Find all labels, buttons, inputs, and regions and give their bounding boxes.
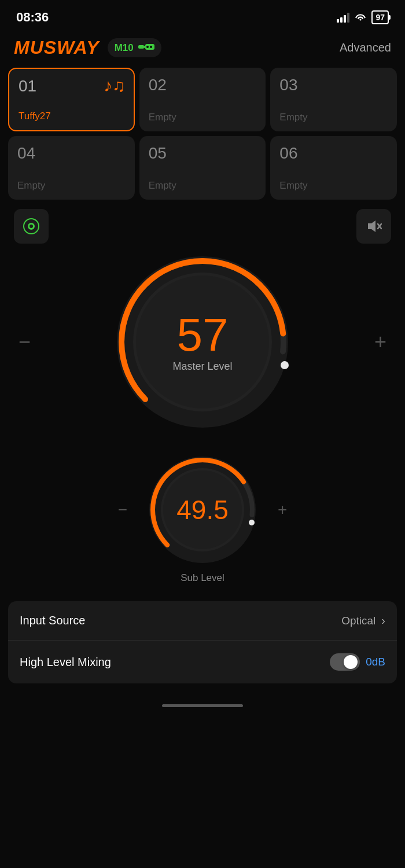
master-knob-section: − 57 Master Level + (0, 249, 405, 435)
master-knob-display: 57 Master Level (172, 312, 232, 373)
svg-rect-2 (144, 46, 146, 48)
status-time: 08:36 (16, 10, 49, 25)
preset-label-1: Tuffy27 (19, 111, 124, 122)
preset-grid: 01 Tuffy27 ♪♫ 02 Empty 03 Empty 04 Empty… (0, 68, 405, 209)
preset-card-1[interactable]: 01 Tuffy27 ♪♫ (8, 68, 135, 131)
preset-number-4: 04 (17, 144, 126, 163)
controls-row (0, 209, 405, 244)
svg-point-16 (281, 361, 289, 369)
high-level-mixing-row: High Level Mixing 0dB (8, 641, 397, 683)
svg-marker-8 (368, 220, 375, 232)
master-minus-button[interactable]: − (19, 332, 31, 352)
chevron-icon: › (381, 614, 385, 627)
input-source-row[interactable]: Input Source Optical › (8, 601, 397, 641)
preset-music-icon: ♪♫ (104, 76, 126, 95)
preset-label-3: Empty (279, 112, 388, 123)
master-value: 57 (172, 312, 232, 358)
input-source-label: Input Source (20, 614, 85, 627)
camera-button[interactable] (14, 209, 49, 244)
signal-icon (337, 12, 349, 23)
preset-number-6: 06 (279, 144, 388, 163)
preset-card-5[interactable]: 05 Empty (139, 136, 266, 200)
master-knob[interactable]: 57 Master Level (110, 249, 295, 435)
mute-button[interactable] (356, 209, 391, 244)
preset-card-4[interactable]: 04 Empty (8, 136, 135, 200)
db-value: 0dB (366, 656, 385, 668)
battery-icon: 97 (371, 10, 389, 24)
master-plus-button[interactable]: + (374, 332, 386, 352)
toggle-thumb (344, 655, 358, 669)
preset-card-6[interactable]: 06 Empty (270, 136, 397, 200)
settings-section: Input Source Optical › High Level Mixing… (8, 601, 397, 683)
input-source-right: Optical › (341, 614, 385, 627)
preset-number-2: 02 (149, 76, 257, 94)
wifi-icon (354, 12, 367, 24)
svg-point-3 (146, 46, 149, 48)
svg-point-7 (30, 225, 33, 228)
svg-rect-0 (138, 45, 144, 49)
device-name: M10 (115, 42, 134, 54)
high-level-mixing-right: 0dB (330, 653, 385, 671)
high-level-mixing-label: High Level Mixing (20, 656, 111, 669)
app-header: MUSWAY M10 Advanced (0, 31, 405, 68)
home-indicator (0, 695, 405, 714)
high-level-toggle[interactable] (330, 653, 360, 671)
home-bar (162, 704, 243, 707)
preset-card-2[interactable]: 02 Empty (139, 68, 266, 131)
sub-knob-display: 49.5 (176, 496, 229, 523)
sub-knob-section: − 49.5 + (0, 452, 405, 568)
svg-point-22 (249, 520, 255, 525)
logo-area: MUSWAY M10 (14, 37, 161, 58)
app-logo: MUSWAY (14, 37, 100, 58)
preset-card-3[interactable]: 03 Empty (270, 68, 397, 131)
svg-point-4 (150, 46, 152, 48)
preset-number-3: 03 (279, 76, 388, 94)
status-icons: 97 (337, 10, 389, 24)
device-badge[interactable]: M10 (108, 38, 161, 57)
preset-number-5: 05 (149, 144, 257, 163)
preset-label-2: Empty (149, 112, 257, 123)
advanced-button[interactable]: Advanced (340, 41, 391, 54)
sub-minus-button[interactable]: − (118, 501, 127, 519)
status-bar: 08:36 97 (0, 0, 405, 31)
preset-label-6: Empty (279, 180, 388, 192)
sub-knob[interactable]: 49.5 (145, 452, 260, 568)
preset-label-4: Empty (17, 180, 126, 192)
sub-value: 49.5 (176, 496, 229, 523)
sub-label: Sub Level (0, 572, 405, 584)
input-source-value: Optical (341, 615, 375, 627)
sub-plus-button[interactable]: + (278, 501, 287, 519)
preset-label-5: Empty (149, 180, 257, 192)
connect-icon (138, 41, 154, 54)
master-label: Master Level (172, 361, 232, 373)
